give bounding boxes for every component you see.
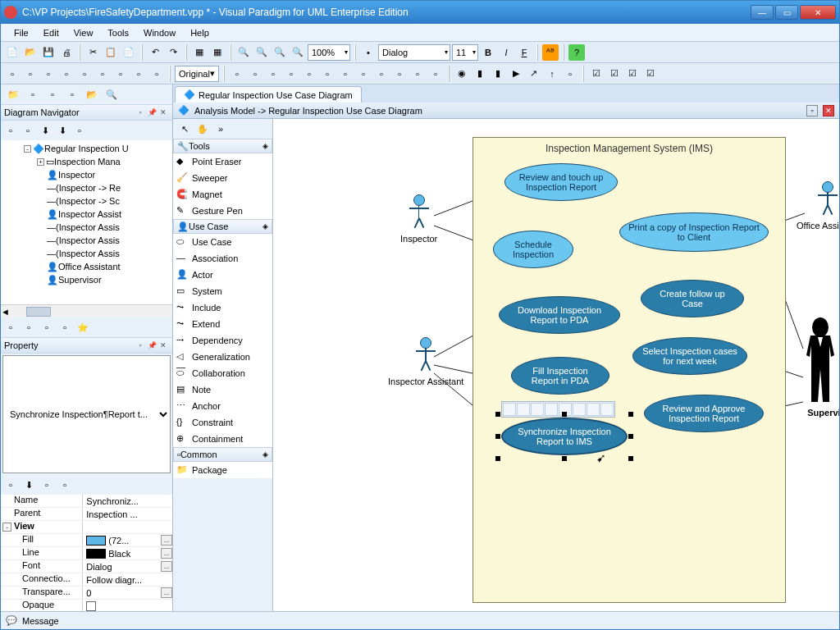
original-dropdown[interactable]: Original ▾	[175, 66, 219, 82]
prop-bt3[interactable]: ▫	[39, 477, 55, 493]
nav-b4[interactable]: ⬇	[54, 122, 71, 139]
cut-icon[interactable]: ✂	[84, 44, 101, 61]
prop-tb3[interactable]: ▫	[39, 319, 55, 336]
usecase-print[interactable]: Print a copy of Inspection Report to Cli…	[619, 212, 769, 252]
tb2-b8[interactable]: ▫	[355, 66, 372, 82]
tb2-d3[interactable]: ☑	[624, 66, 641, 82]
usecase-approve[interactable]: Review and Approve Inspection Report	[644, 395, 764, 432]
menu-tools[interactable]: Tools	[101, 26, 135, 39]
palette-item[interactable]: ⤏Dependency	[173, 332, 272, 349]
minimize-button[interactable]: —	[751, 5, 774, 20]
tb2-b9[interactable]: ▫	[373, 66, 390, 82]
tb2-c6[interactable]: ↑	[544, 66, 560, 82]
pal-hand-icon[interactable]: ✋	[194, 121, 211, 137]
tree-item[interactable]: 👤Supervisor	[1, 273, 172, 286]
palette-item[interactable]: —Association	[173, 250, 272, 267]
palette-item[interactable]: 📁Package	[173, 462, 272, 478]
pal-section-common[interactable]: ▫Common◈	[173, 447, 272, 462]
prop-tb2[interactable]: ▫	[21, 319, 37, 336]
nav-restore-icon[interactable]: ▫	[135, 107, 146, 118]
pal-cursor-icon[interactable]: ↖	[176, 121, 193, 137]
tb2-btn6[interactable]: ▫	[94, 66, 111, 82]
tree-item[interactable]: —(Inspector -> Sc	[1, 194, 172, 208]
tb2-btn4[interactable]: ▫	[58, 66, 75, 82]
grid2-icon[interactable]: ▦	[209, 44, 226, 61]
palette-item[interactable]: ◁—Generalization	[173, 349, 272, 365]
menu-window[interactable]: Window	[137, 26, 182, 39]
copy-icon[interactable]: 📋	[103, 44, 119, 61]
tb2-c2[interactable]: ▮	[472, 66, 488, 82]
prop-restore-icon[interactable]: ▫	[135, 340, 146, 351]
palette-item[interactable]: ✎Gesture Pen	[173, 203, 272, 219]
tb2-d4[interactable]: ☑	[642, 66, 659, 82]
tb2-c3[interactable]: ▮	[490, 66, 506, 82]
zoomout-icon[interactable]: 🔍	[253, 44, 270, 61]
palette-item[interactable]: ⋯Anchor	[173, 398, 272, 414]
lt-b5[interactable]: 📂	[83, 85, 101, 103]
new-icon[interactable]: 📄	[4, 44, 21, 61]
tree-hscroll[interactable]: ◄	[1, 304, 172, 317]
nav-close-icon[interactable]: ✕	[158, 107, 169, 118]
palette-item[interactable]: ▭System	[173, 283, 272, 299]
tree-item[interactable]: —(Inspector Assis	[1, 234, 172, 247]
prop-bt1[interactable]: ▫	[2, 477, 19, 493]
palette-item[interactable]: ⤳Include	[173, 299, 272, 316]
tb2-btn1[interactable]: ▫	[4, 66, 21, 82]
zoomfit-icon[interactable]: 🔍	[272, 44, 288, 61]
nav-tree[interactable]: -🔷Regular Inspection U +▭Inspection Mana…	[1, 140, 172, 304]
pal-more-icon[interactable]: »	[212, 121, 229, 137]
nav-pin-icon[interactable]: 📌	[146, 107, 158, 118]
redo-icon[interactable]: ↷	[165, 44, 181, 61]
font-combo[interactable]: Dialog	[378, 44, 450, 61]
tb2-btn3[interactable]: ▫	[40, 66, 57, 82]
nav-b1[interactable]: ▫	[2, 122, 19, 139]
zoomin-icon[interactable]: 🔍	[235, 44, 252, 61]
lt-folder-icon[interactable]: 📁	[4, 85, 22, 103]
doc-tab[interactable]: 🔷Regular Inspection Use Case Diagram	[175, 86, 362, 103]
property-grid[interactable]: NameSynchroniz...ParentInspection ...- V…	[1, 495, 172, 611]
pal-section-tools[interactable]: 🔧Tools◈	[173, 139, 272, 153]
prop-close-icon[interactable]: ✕	[158, 340, 169, 351]
help-icon[interactable]: ?	[568, 44, 585, 61]
tb2-btn7[interactable]: ▫	[112, 66, 129, 82]
bold-icon[interactable]: B	[480, 44, 496, 61]
actor-inspector[interactable]: Inspector	[400, 194, 437, 244]
font-icon[interactable]: F	[516, 44, 532, 61]
usecase-download[interactable]: Download Inspection Report to PDA	[499, 296, 620, 334]
diagram-canvas[interactable]: Inspection Management System (IMS) Inspe…	[273, 119, 839, 611]
menu-view[interactable]: View	[67, 26, 100, 39]
tree-item[interactable]: +▭Inspection Mana	[1, 155, 172, 168]
lt-b4[interactable]: ▫	[63, 85, 81, 103]
palette-item[interactable]: 👤Actor	[173, 267, 272, 283]
usecase-review[interactable]: Review and touch up Inspection Report	[504, 163, 618, 201]
tb2-b11[interactable]: ▫	[409, 66, 426, 82]
palette-item[interactable]: ◆Point Eraser	[173, 153, 272, 170]
prop-bt4[interactable]: ▫	[57, 477, 73, 493]
nav-b5[interactable]: ▫	[71, 122, 88, 139]
tree-item[interactable]: 👤Inspector Assist	[1, 208, 172, 221]
tb2-c4[interactable]: ▶	[508, 66, 524, 82]
prop-element-select[interactable]: Synchronize Inspection¶Report t...	[2, 355, 171, 473]
tree-item[interactable]: 👤Inspector	[1, 168, 172, 181]
tb2-b1[interactable]: ▫	[229, 66, 245, 82]
menu-file[interactable]: File	[7, 26, 35, 39]
highlight-icon[interactable]: ᴬᴮ	[542, 44, 559, 61]
tree-item[interactable]: —(Inspector -> Re	[1, 181, 172, 194]
tb2-btn8[interactable]: ▫	[130, 66, 147, 82]
lt-search-icon[interactable]: 🔍	[103, 85, 121, 103]
palette-item[interactable]: ▤Note	[173, 381, 272, 398]
lt-b2[interactable]: ▫	[24, 85, 42, 103]
actor-office[interactable]: Office Assistant	[797, 181, 839, 231]
tree-item[interactable]: —(Inspector Assis	[1, 221, 172, 234]
menu-edit[interactable]: Edit	[37, 26, 66, 39]
palette-item[interactable]: ⊕Containment	[173, 431, 272, 447]
tb2-b3[interactable]: ▫	[265, 66, 281, 82]
palette-item[interactable]: 🧹Sweeper	[173, 170, 272, 186]
usecase-fill[interactable]: Fill Inspection Report in PDA	[511, 357, 609, 395]
palette-item[interactable]: {}Constraint	[173, 414, 272, 431]
tb2-d2[interactable]: ☑	[606, 66, 623, 82]
paste-icon[interactable]: 📄	[121, 44, 137, 61]
palette-item[interactable]: ⬭Use Case	[173, 234, 272, 250]
open-icon[interactable]: 📂	[22, 44, 39, 61]
actor-supervisor[interactable]: Supervisor	[798, 316, 839, 418]
